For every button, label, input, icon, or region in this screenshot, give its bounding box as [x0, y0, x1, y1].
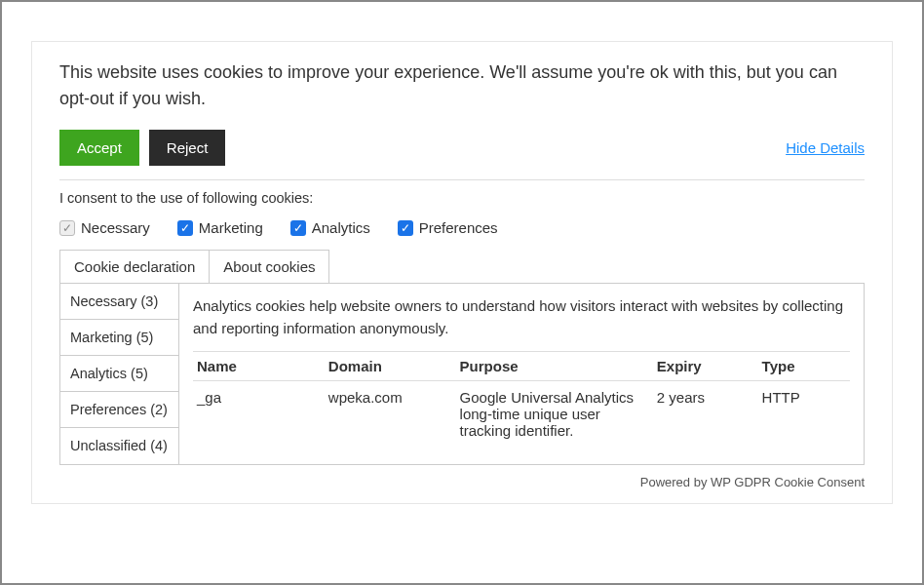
details-panel: Necessary (3) Marketing (5) Analytics (5… [59, 283, 865, 465]
checkbox-necessary[interactable]: ✓ Necessary [59, 219, 150, 236]
col-type: Type [758, 352, 850, 381]
accept-button[interactable]: Accept [59, 130, 139, 166]
button-row: Accept Reject Hide Details [59, 130, 865, 166]
cell-name: _ga [193, 381, 325, 448]
checkbox-label: Necessary [81, 219, 150, 236]
checkbox-label: Marketing [199, 219, 263, 236]
category-side-tabs: Necessary (3) Marketing (5) Analytics (5… [60, 284, 179, 464]
top-tabs: Cookie declaration About cookies [59, 250, 865, 283]
table-row: _ga wpeka.com Google Universal Analytics… [193, 381, 850, 448]
cell-purpose: Google Universal Analytics long-time uni… [456, 381, 653, 448]
checkbox-icon: ✓ [290, 220, 306, 236]
checkbox-icon: ✓ [177, 220, 193, 236]
reject-button[interactable]: Reject [149, 130, 226, 166]
checkbox-analytics[interactable]: ✓ Analytics [290, 219, 370, 236]
sidetab-unclassified[interactable]: Unclassified (4) [60, 428, 178, 463]
table-header-row: Name Domain Purpose Expiry Type [193, 352, 850, 381]
cell-type: HTTP [758, 381, 850, 448]
cell-expiry: 2 years [653, 381, 758, 448]
checkbox-marketing[interactable]: ✓ Marketing [177, 219, 263, 236]
category-description: Analytics cookies help website owners to… [193, 295, 850, 339]
col-purpose: Purpose [456, 352, 653, 381]
sidetab-preferences[interactable]: Preferences (2) [60, 392, 178, 428]
cookie-consent-banner: This website uses cookies to improve you… [31, 41, 893, 504]
checkbox-label: Preferences [419, 219, 498, 236]
consent-text: I consent to the use of following cookie… [59, 190, 865, 206]
sidetab-necessary[interactable]: Necessary (3) [60, 284, 178, 320]
divider [59, 179, 865, 180]
col-name: Name [193, 352, 325, 381]
checkbox-row: ✓ Necessary ✓ Marketing ✓ Analytics ✓ Pr… [59, 219, 865, 236]
checkbox-icon: ✓ [59, 220, 75, 236]
panel-body: Analytics cookies help website owners to… [179, 284, 864, 464]
col-domain: Domain [325, 352, 456, 381]
sidetab-marketing[interactable]: Marketing (5) [60, 320, 178, 356]
banner-message: This website uses cookies to improve you… [59, 59, 865, 112]
col-expiry: Expiry [653, 352, 758, 381]
checkbox-preferences[interactable]: ✓ Preferences [398, 219, 498, 236]
tab-about-cookies[interactable]: About cookies [210, 250, 329, 283]
checkbox-icon: ✓ [398, 220, 413, 236]
checkbox-label: Analytics [312, 219, 370, 236]
cookie-table: Name Domain Purpose Expiry Type _ga wpek… [193, 351, 850, 447]
tab-cookie-declaration[interactable]: Cookie declaration [59, 250, 210, 283]
cell-domain: wpeka.com [325, 381, 456, 448]
powered-by-footer: Powered by WP GDPR Cookie Consent [59, 475, 865, 489]
sidetab-analytics[interactable]: Analytics (5) [60, 356, 178, 392]
hide-details-link[interactable]: Hide Details [786, 139, 865, 156]
